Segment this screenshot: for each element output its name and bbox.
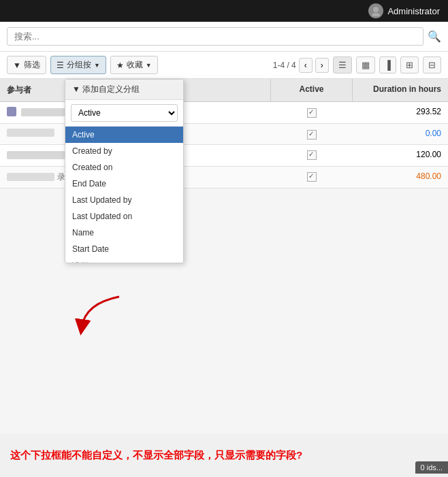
group-button[interactable]: ☰ 分组按 ▼ <box>50 56 106 74</box>
avatar <box>368 3 383 18</box>
caret-icon: ▼ <box>94 62 100 69</box>
participant-name-2 <box>7 129 54 137</box>
prev-page-button[interactable]: ‹ <box>299 58 313 73</box>
dropdown-title: ▼ 添加自定义分组 <box>65 80 183 100</box>
active-checkbox-2[interactable] <box>307 130 317 139</box>
user-info[interactable]: Administrator <box>368 3 440 18</box>
dropdown-item-start-date[interactable]: Start Date <box>65 241 183 257</box>
caret-icon2: ▼ <box>146 62 152 69</box>
list-view-button[interactable]: ☰ <box>333 56 352 73</box>
dropdown-item-end-date[interactable]: End Date <box>65 176 183 192</box>
cell-duration-1: 293.52 <box>353 102 448 123</box>
cell-active-4 <box>271 167 353 188</box>
calendar-icon: ▦ <box>362 60 370 70</box>
main-content: 参与者 Active Duration in hours 293.52 0.00… <box>0 79 448 474</box>
dropdown-item-last-updated-on[interactable]: Last Updated on <box>65 208 183 225</box>
annotation-text: 这个下拉框能不能自定义，不显示全部字段，只显示需要的字段? <box>10 447 438 463</box>
cell-duration-2: 0.00 <box>353 124 448 144</box>
search-icon: 🔍 <box>428 31 441 42</box>
cell-duration-4: 480.00 <box>353 167 448 188</box>
cell-active-1 <box>271 102 353 123</box>
col-duration-header: Duration in hours <box>353 79 448 101</box>
annotation-area: 这个下拉框能不能自定义，不显示全部字段，只显示需要的字段? <box>0 433 448 474</box>
next-page-button[interactable]: › <box>315 58 329 73</box>
dropdown-title-text: ▼ 添加自定义分组 <box>72 84 140 95</box>
grid-icon: ⊞ <box>406 60 413 70</box>
dropdown-list: Active Created by Created on End Date La… <box>65 127 183 263</box>
toolbar: ▼ 筛选 ☰ 分组按 ▼ ★ 收藏 ▼ 1-4 / 4 ‹ › ☰ ▦ ▐ ⊞ … <box>0 52 448 79</box>
grid-view-button[interactable]: ⊞ <box>400 56 419 73</box>
active-checkbox-1[interactable] <box>307 108 317 118</box>
active-checkbox-3[interactable] <box>307 150 317 160</box>
pagination: 1-4 / 4 ‹ › <box>273 58 329 73</box>
top-bar: Administrator <box>0 0 448 22</box>
svg-point-0 <box>373 7 379 12</box>
group-dropdown: ▼ 添加自定义分组 Active Active Created by Creat… <box>65 79 184 263</box>
active-checkbox-4[interactable] <box>307 172 317 182</box>
dropdown-item-last-updated-by[interactable]: Last Updated by <box>65 192 183 208</box>
filter-button[interactable]: ▼ 筛选 <box>7 56 46 74</box>
apps-icon: ⊟ <box>428 60 436 70</box>
list-icon: ☰ <box>57 61 64 70</box>
bar-chart-icon: ▐ <box>385 60 391 70</box>
list-view-icon: ☰ <box>338 60 347 70</box>
favorites-button[interactable]: ★ 收藏 ▼ <box>110 56 158 74</box>
favorites-label: 收藏 <box>127 59 143 71</box>
row-color-tag-1 <box>7 107 16 116</box>
filter-label: 筛选 <box>24 59 40 71</box>
pagination-text: 1-4 / 4 <box>273 61 296 70</box>
dropdown-select-row: Active <box>65 100 183 127</box>
star-icon: ★ <box>116 61 124 70</box>
dropdown-item-lecturer[interactable]: 讲师 <box>65 257 183 263</box>
svg-point-1 <box>372 13 380 16</box>
dropdown-item-created-by[interactable]: Created by <box>65 143 183 159</box>
search-bar: 🔍 <box>0 22 448 52</box>
calendar-view-button[interactable]: ▦ <box>356 56 375 73</box>
dropdown-item-name[interactable]: Name <box>65 225 183 241</box>
bottom-hint: 0 ids... <box>415 461 448 474</box>
dropdown-select[interactable]: Active <box>71 104 178 122</box>
participant-name-4a <box>7 173 54 181</box>
search-input[interactable] <box>7 27 423 46</box>
cell-active-2 <box>271 124 353 144</box>
dropdown-item-active[interactable]: Active <box>65 127 183 143</box>
dropdown-item-created-on[interactable]: Created on <box>65 159 183 176</box>
filter-icon: ▼ <box>13 61 21 70</box>
cell-active-3 <box>271 145 353 166</box>
search-button[interactable]: 🔍 <box>428 30 441 43</box>
apps-view-button[interactable]: ⊟ <box>423 56 441 73</box>
chart-view-button[interactable]: ▐ <box>379 56 396 73</box>
arrow-annotation <box>71 290 126 340</box>
group-label: 分组按 <box>67 59 91 71</box>
cell-duration-3: 120.00 <box>353 145 448 166</box>
username-label: Administrator <box>387 6 440 16</box>
col-active-header: Active <box>271 79 353 101</box>
